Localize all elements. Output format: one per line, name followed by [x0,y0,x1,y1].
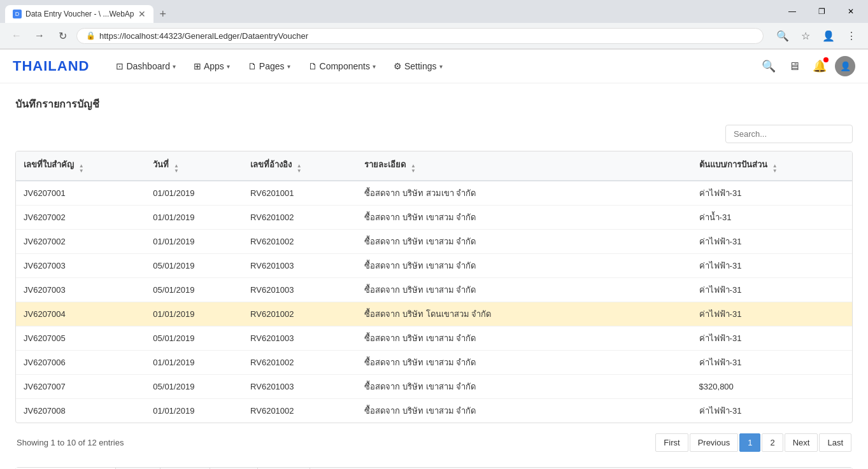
cell-doc_no: JV6207003 [16,254,145,278]
nav-settings-label: Settings [404,61,437,71]
table-row[interactable]: JV620700305/01/2019RV6201003ซื้อสดจาก บร… [16,254,852,278]
tab-close-button[interactable]: ✕ [138,9,146,19]
col-category[interactable]: ต้นแบบ/การปันส่วน ▲▼ [692,151,852,181]
cell-category: ค่าไฟฟ้า-31 [692,254,852,278]
col-detail[interactable]: รายละเอียด ▲▼ [357,151,691,181]
window-controls: — ❐ ✕ [778,0,868,23]
table-row[interactable]: JV620700305/01/2019RV6201003ซื้อสดจาก บร… [16,278,852,302]
pagination-buttons: First Previous 1 2 Next Last [655,433,851,452]
page-2-button[interactable]: 2 [762,433,783,452]
browser-tab[interactable]: D Data Entry Voucher - \ ...WebAp ✕ [5,5,153,23]
table-row[interactable]: JV620700801/01/2019RV6201002ซื้อสดจาก บร… [16,399,852,423]
forward-button[interactable]: → [31,27,48,45]
cell-date: 01/01/2019 [145,302,243,326]
apps-icon: ⊞ [194,61,201,71]
last-page-button[interactable]: Last [819,433,851,452]
user-avatar[interactable]: 👤 [835,56,855,76]
pagination-bar: Showing 1 to 10 of 12 entries First Prev… [15,433,853,452]
table-row[interactable]: JV620700101/01/2019RV6201001ซื้อสดจาก บร… [16,181,852,206]
address-bar: ← → ↻ 🔒 https://localhost:44323/GeneralL… [0,23,868,49]
cell-detail: ซื้อสดจาก บริษัท โดนเขาสวม จำกัด [357,302,691,326]
cell-category: $320,800 [692,375,852,399]
cell-doc_no: JV6207001 [16,181,145,206]
url-bar[interactable]: 🔒 https://localhost:44323/GeneralLedger/… [76,28,764,44]
cell-category: ค่าไฟฟ้า-31 [692,399,852,423]
nav-pages[interactable]: 🗋 Pages ▾ [240,57,298,75]
first-page-button[interactable]: First [655,433,688,452]
search-button[interactable]: 🔍 [758,56,779,76]
browser-chrome: D Data Entry Voucher - \ ...WebAp ✕ + — … [0,0,868,50]
sort-icon: ▲▼ [772,164,778,174]
cell-date: 05/01/2019 [145,375,243,399]
search-browser-icon[interactable]: 🔍 [774,27,792,45]
cell-detail: ซื้อสดจาก บริษัท สวมเขา จำกัด [357,181,691,206]
header-actions: 🔍 🖥 🔔 👤 [758,56,855,76]
star-icon[interactable]: ☆ [797,27,815,45]
nav-dashboard[interactable]: ⊡ Dashboard ▾ [108,57,183,75]
table-row[interactable]: JV620700505/01/2019RV6201003ซื้อสดจาก บร… [16,326,852,351]
cell-ref_no: RV6201003 [243,326,357,351]
cell-ref_no: RV6201003 [243,278,357,302]
next-page-button[interactable]: Next [785,433,818,452]
monitor-button[interactable]: 🖥 [784,56,804,76]
browser-icons: 🔍 ☆ 👤 ⋮ [774,27,860,45]
cell-date: 01/01/2019 [145,351,243,375]
cell-doc_no: JV6207008 [16,399,145,423]
table-row[interactable]: JV620700201/01/2019RV6201002ซื้อสดจาก บร… [16,206,852,230]
brand-logo: THAILAND [13,58,89,74]
previous-page-button[interactable]: Previous [690,433,739,452]
sort-icon: ▲▼ [174,164,179,174]
sort-icon: ▲▼ [79,164,84,174]
table-row[interactable]: JV620700601/01/2019RV6201002ซื้อสดจาก บร… [16,351,852,375]
col-date[interactable]: วันที่ ▲▼ [145,151,243,181]
maximize-button[interactable]: ❐ [807,1,836,22]
cell-ref_no: RV6201003 [243,254,357,278]
cell-category: ค่าไฟฟ้า-31 [692,230,852,254]
settings-icon: ⚙ [394,61,402,71]
cell-category: ค่าไฟฟ้า-31 [692,351,852,375]
nav-components[interactable]: 🗋 Components ▾ [301,57,383,75]
table-row[interactable]: JV620700401/01/2019RV6201002ซื้อสดจาก บร… [16,302,852,326]
back-button[interactable]: ← [8,27,25,45]
cell-date: 05/01/2019 [145,254,243,278]
minimize-button[interactable]: — [778,1,807,22]
col-ref-no[interactable]: เลขที่อ้างอิง ▲▼ [243,151,357,181]
cell-date: 01/01/2019 [145,206,243,230]
showing-text: Showing 1 to 10 of 12 entries [17,438,124,447]
nav-apps-label: Apps [204,61,224,71]
table-header-row: เลขที่ใบสำคัญ ▲▼ วันที่ ▲▼ เลขที่อ้างอิง… [16,151,852,181]
tab-favicon: D [13,10,22,18]
cell-doc_no: JV6207003 [16,278,145,302]
cell-ref_no: RV6201002 [243,206,357,230]
bell-button[interactable]: 🔔 [809,56,830,76]
cell-doc_no: JV6207002 [16,230,145,254]
menu-icon[interactable]: ⋮ [843,27,860,45]
nav-settings[interactable]: ⚙ Settings ▾ [386,57,450,75]
cell-ref_no: RV6201003 [243,375,357,399]
chevron-down-icon: ▾ [373,63,376,70]
nav-menu: ⊡ Dashboard ▾ ⊞ Apps ▾ 🗋 Pages ▾ 🗋 Compo… [108,57,758,75]
page-1-button[interactable]: 1 [739,433,760,452]
reload-button[interactable]: ↻ [53,27,71,45]
table-row[interactable]: JV620700201/01/2019RV6201002ซื้อสดจาก บร… [16,230,852,254]
table-row[interactable]: JV620700705/01/2019RV6201003ซื้อสดจาก บร… [16,375,852,399]
new-tab-button[interactable]: + [155,8,172,21]
cell-detail: ซื้อสดจาก บริษัท เขาสวม จำกัด [357,206,691,230]
url-text: https://localhost:44323/GeneralLedger/Da… [99,31,754,41]
dashboard-icon: ⊡ [116,61,124,71]
cell-ref_no: RV6201002 [243,351,357,375]
tab-title: Data Entry Voucher - \ ...WebAp [25,10,134,18]
search-input[interactable] [725,125,853,143]
components-icon: 🗋 [308,61,317,71]
col-doc-no[interactable]: เลขที่ใบสำคัญ ▲▼ [16,151,145,181]
cell-ref_no: RV6201001 [243,181,357,206]
close-button[interactable]: ✕ [836,1,865,22]
nav-dashboard-label: Dashboard [126,61,170,71]
cell-date: 05/01/2019 [145,326,243,351]
nav-apps[interactable]: ⊞ Apps ▾ [186,57,238,75]
profile-icon[interactable]: 👤 [820,27,837,45]
cell-date: 01/01/2019 [145,181,243,206]
cell-doc_no: JV6207005 [16,326,145,351]
cell-category: ค่าไฟฟ้า-31 [692,326,852,351]
cell-doc_no: JV6207006 [16,351,145,375]
